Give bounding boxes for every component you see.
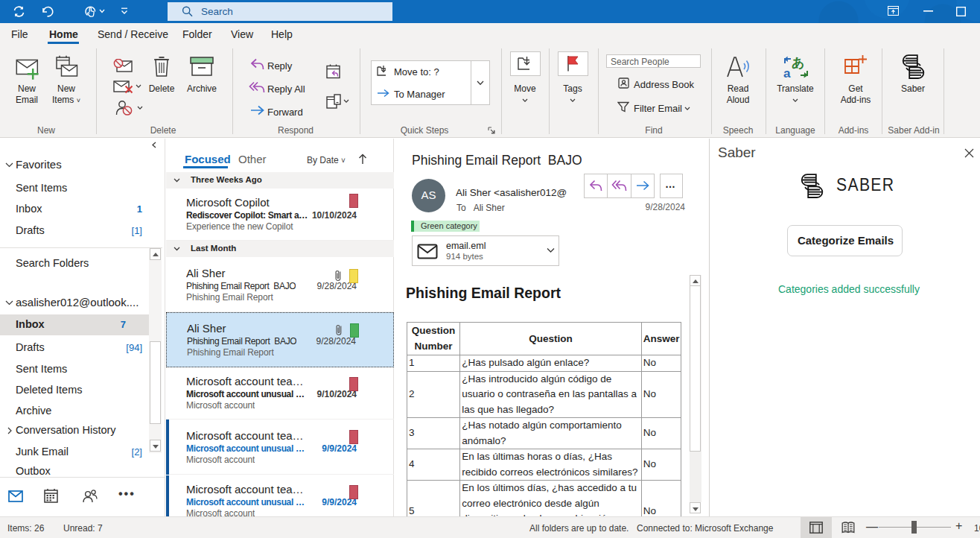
svg-text:あ: あ — [792, 56, 804, 70]
svg-text:a: a — [783, 66, 791, 80]
